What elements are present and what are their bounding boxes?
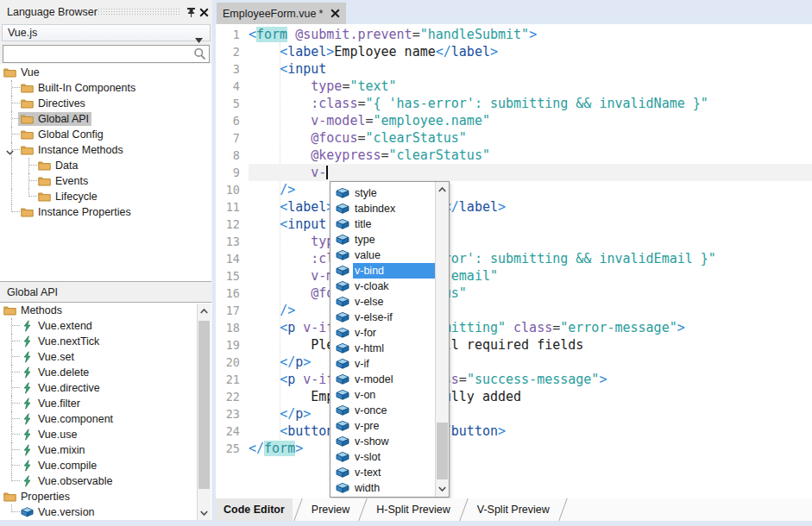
code-line[interactable]: 4 type="text"	[216, 78, 812, 95]
autocomplete-item[interactable]: v-html	[331, 341, 437, 356]
scroll-up-icon[interactable]	[198, 304, 211, 318]
pin-icon[interactable]	[186, 7, 196, 17]
code-line[interactable]: 16 @focus="clearStatus"	[216, 285, 812, 302]
tree-item[interactable]: Directives	[0, 96, 211, 111]
tree-item-content[interactable]: Built-In Components	[18, 81, 138, 95]
tree-item[interactable]: Lifecycle	[0, 189, 211, 204]
close-icon[interactable]	[330, 9, 340, 18]
tree-item[interactable]: Built-In Components	[0, 80, 211, 96]
code-line[interactable]: 20 </p>	[216, 354, 812, 371]
tree-item[interactable]: Vue	[0, 65, 211, 80]
tree-item-content[interactable]: Vue.nextTick	[18, 335, 102, 348]
scrollbar-thumb[interactable]	[198, 321, 210, 489]
autocomplete-item[interactable]: tabindex	[331, 201, 437, 216]
code-line[interactable]: 5 :class="{ 'has-error': submitting && i…	[216, 95, 812, 112]
drag-handle[interactable]	[98, 8, 180, 16]
tree-item[interactable]: Vue.set	[0, 349, 211, 365]
code-line[interactable]: 2 <label>Employee name</label>	[216, 43, 812, 60]
code-line[interactable]: 15 v-model="employee.email"	[216, 267, 812, 285]
tab-code-editor[interactable]: Code Editor	[216, 498, 293, 521]
code-editor-surface[interactable]: 1<form @submit.prevent="handleSubmit">2 …	[216, 24, 812, 498]
autocomplete-scrollbar[interactable]	[435, 182, 449, 497]
scroll-down-icon[interactable]	[436, 481, 449, 496]
tree-item[interactable]: Global API	[0, 111, 211, 127]
autocomplete-item[interactable]: width	[331, 480, 437, 496]
tree-item-content[interactable]: Lifecycle	[35, 190, 100, 204]
tree-item[interactable]: Vue.directive	[0, 380, 211, 396]
code-line[interactable]: 11 <label>Employee email</label>	[216, 198, 812, 216]
tree-item-content[interactable]: Vue.compile	[18, 459, 99, 473]
autocomplete-item[interactable]: v-else	[331, 294, 437, 310]
tree-item-content[interactable]: Properties	[1, 490, 72, 504]
tree-item-content[interactable]: Global Config	[18, 128, 106, 141]
code-line[interactable]: 13 type="email"	[216, 233, 812, 250]
code-line-text[interactable]: @keypress="clearStatus"	[249, 147, 812, 164]
tree-item-content[interactable]: Vue.version	[18, 505, 98, 519]
code-line[interactable]: 18 <p v-if="error && submitting" class="…	[216, 319, 812, 336]
tree-item[interactable]: Vue.component	[0, 411, 211, 427]
view-mode-tabs[interactable]: Code Editor Preview H-Split Preview V-Sp…	[216, 498, 812, 521]
tree-item-content[interactable]: Instance Methods	[18, 143, 126, 157]
autocomplete-item[interactable]: value	[331, 247, 437, 263]
code-line[interactable]: 23 </p>	[216, 405, 812, 423]
tree-item-content[interactable]: Vue.component	[18, 412, 116, 426]
code-line[interactable]: 7 @focus="clearStatus"	[216, 129, 812, 147]
editor-tab-employeeform[interactable]: EmployeeForm.vue *	[217, 3, 346, 24]
code-line[interactable]: 8 @keypress="clearStatus"	[216, 147, 812, 164]
autocomplete-item[interactable]: v-slot	[331, 449, 437, 465]
tree-item[interactable]: Vue.mixin	[0, 442, 211, 458]
tree-item[interactable]: Vue.extend	[0, 318, 211, 334]
tree-item[interactable]: Instance Properties	[0, 204, 211, 220]
close-icon[interactable]	[198, 7, 209, 17]
autocomplete-list[interactable]: styletabindextitletypevaluev-bindv-cloak…	[331, 185, 437, 496]
tree-item-content[interactable]: Vue.extend	[18, 319, 95, 333]
tree-item[interactable]: Vue.use	[0, 427, 211, 442]
tree-item-content[interactable]: Methods	[1, 304, 65, 317]
tree-item-selected[interactable]: Global API	[18, 112, 91, 126]
tree-item[interactable]: Events	[0, 173, 211, 189]
code-line-text[interactable]: :class="{ 'has-error': submitting && inv…	[249, 95, 812, 112]
code-line-text[interactable]: type="text"	[249, 78, 812, 95]
tree-item[interactable]: Vue.version	[0, 504, 211, 520]
scroll-up-icon[interactable]	[436, 182, 449, 197]
tree-item[interactable]: Methods	[0, 303, 211, 318]
tree-item-content[interactable]: Directives	[18, 97, 88, 110]
language-tree[interactable]: VueBuilt-In ComponentsDirectivesGlobal A…	[0, 64, 211, 282]
tree-item[interactable]: Vue.compile	[0, 458, 211, 473]
search-icon[interactable]	[193, 47, 206, 60]
autocomplete-item[interactable]: v-for	[331, 325, 437, 341]
autocomplete-item[interactable]: v-cloak	[331, 279, 437, 294]
autocomplete-item[interactable]: type	[331, 232, 437, 247]
code-line[interactable]: 14 :class="{ 'has-error': submitting && …	[216, 250, 812, 267]
tree-item-content[interactable]: Instance Properties	[18, 205, 134, 219]
scrollbar-thumb[interactable]	[437, 423, 448, 479]
autocomplete-item[interactable]: v-on	[331, 387, 437, 403]
tree-item-content[interactable]: Vue.use	[18, 428, 79, 441]
autocomplete-item[interactable]: v-model	[331, 372, 437, 387]
code-line[interactable]: 21 <p v-if="success" class="success-mess…	[216, 371, 812, 388]
autocomplete-item[interactable]: v-if	[331, 356, 437, 372]
code-line[interactable]: 22 Employee successfully added	[216, 388, 812, 405]
tree-item-content[interactable]: Data	[35, 159, 80, 172]
code-line[interactable]: 1<form @submit.prevent="handleSubmit">	[216, 26, 812, 43]
tree-item-content[interactable]: Events	[35, 174, 91, 188]
tree-item[interactable]: Instance Methods	[0, 142, 211, 158]
autocomplete-item[interactable]: v-pre	[331, 418, 437, 434]
autocomplete-item[interactable]: v-once	[331, 403, 437, 418]
code-line[interactable]: 10 />	[216, 181, 812, 198]
tree-item[interactable]: Vue.nextTick	[0, 334, 211, 349]
tab-v-split-preview[interactable]: V-Split Preview	[469, 498, 557, 521]
tree-item[interactable]: Properties	[0, 489, 211, 504]
tree-item-content[interactable]: Vue.delete	[18, 366, 91, 379]
tab-preview[interactable]: Preview	[304, 498, 357, 521]
tree-item-content[interactable]: Vue.observable	[18, 474, 115, 488]
tree-item-content[interactable]: Vue	[1, 66, 42, 79]
code-line[interactable]: 19 Please fill out all required fields	[216, 336, 812, 354]
tree-item[interactable]: Vue.observable	[0, 473, 211, 489]
tree-item-content[interactable]: Vue.directive	[18, 381, 103, 395]
tree-item-content[interactable]: Vue.filter	[18, 397, 83, 410]
tab-h-split-preview[interactable]: H-Split Preview	[368, 498, 457, 521]
chevron-down-icon[interactable]	[5, 145, 15, 154]
code-line[interactable]: 9 v-	[216, 164, 812, 181]
members-tree[interactable]: MethodsVue.extendVue.nextTickVue.setVue.…	[0, 302, 211, 520]
